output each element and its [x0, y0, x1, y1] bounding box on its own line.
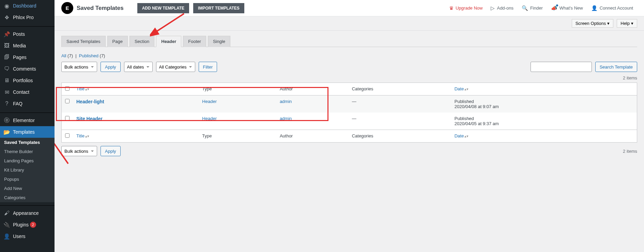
sidebar-item-label: Posts [13, 31, 25, 37]
date-filter-select[interactable]: All dates [124, 62, 153, 72]
template-title-link[interactable]: Header-light [76, 99, 104, 104]
submenu-categories[interactable]: Categories [0, 193, 55, 202]
templates-submenu: Saved Templates Theme Builder Landing Pa… [0, 138, 55, 202]
sidebar-item-comments[interactable]: 🗨Comments [0, 63, 55, 75]
upgrade-now-link[interactable]: ♛Upgrade Now [445, 5, 487, 11]
bulk-actions-select[interactable]: Bulk actions [61, 62, 97, 72]
link-label: Add-ons [497, 5, 513, 11]
search-template-input[interactable] [531, 62, 592, 72]
filter-published-link[interactable]: Published [79, 53, 98, 58]
column-title-header[interactable]: Title▴▾ [73, 83, 199, 95]
portfolio-icon: 🖥 [3, 77, 10, 84]
user-icon: 👤 [3, 233, 10, 240]
play-icon: ▷ [491, 5, 495, 11]
submenu-add-new[interactable]: Add New [0, 184, 55, 193]
help-icon: ? [3, 100, 10, 107]
sort-icon: ▴▾ [464, 88, 469, 90]
template-date: Published2020/04/08 at 9:07 am [451, 95, 637, 113]
tab-section[interactable]: Section [129, 36, 154, 47]
category-filter-select[interactable]: All Categories [156, 62, 195, 72]
template-author-link[interactable]: admin [280, 116, 292, 121]
pages-icon: 🗐 [3, 54, 10, 61]
template-tabs: Saved Templates Page Section Header Foot… [61, 36, 637, 47]
row-checkbox[interactable] [65, 99, 70, 103]
filter-all-link[interactable]: All [61, 53, 66, 58]
column-type-header: Type [199, 83, 276, 95]
finder-link[interactable]: 🔍Finder [518, 5, 547, 11]
submenu-theme-builder[interactable]: Theme Builder [0, 147, 55, 156]
column-date-header[interactable]: Date▴▾ [451, 83, 637, 95]
tab-single[interactable]: Single [208, 36, 230, 47]
bulk-actions-select-bottom[interactable]: Bulk actions [61, 146, 97, 156]
sidebar-item-label: Portfolios [13, 78, 33, 83]
count-label: (7) [67, 53, 73, 58]
column-date-footer[interactable]: Date▴▾ [451, 130, 637, 142]
brush-icon: 🖌 [3, 210, 10, 217]
template-categories: — [349, 113, 451, 130]
media-icon: 🖾 [3, 42, 10, 49]
submenu-popups[interactable]: Popups [0, 175, 55, 184]
import-templates-button[interactable]: IMPORT TEMPLATES [193, 3, 244, 13]
sidebar-item-plugins[interactable]: 🔌Plugins2 [0, 219, 55, 231]
main-content: E Saved Templates ADD NEW TEMPLATE IMPOR… [55, 0, 644, 252]
apply-button-top[interactable]: Apply [101, 62, 121, 72]
select-all-checkbox-bottom[interactable] [65, 133, 70, 138]
submenu-saved-templates[interactable]: Saved Templates [0, 138, 55, 147]
chevron-down-icon: ▾ [607, 21, 610, 26]
whats-new-link[interactable]: 📣What's New [547, 5, 587, 11]
template-author-link[interactable]: admin [280, 99, 292, 104]
sidebar-item-posts[interactable]: 📌Posts [0, 28, 55, 40]
apply-button-bottom[interactable]: Apply [101, 146, 121, 156]
row-checkbox[interactable] [65, 116, 70, 120]
help-button[interactable]: Help▾ [617, 19, 637, 28]
template-type-link[interactable]: Header [202, 99, 217, 104]
add-new-template-button[interactable]: ADD NEW TEMPLATE [137, 3, 189, 13]
sidebar-item-users[interactable]: 👤Users [0, 231, 55, 242]
sort-icon: ▴▾ [85, 88, 89, 90]
sidebar-item-portfolios[interactable]: 🖥Portfolios [0, 75, 55, 86]
addons-link[interactable]: ▷Add-ons [487, 5, 517, 11]
sidebar-item-elementor[interactable]: ⓔElementor [0, 115, 55, 126]
mail-icon: ✉ [3, 89, 10, 95]
connect-account-link[interactable]: 👤Connect Account [587, 5, 637, 11]
sidebar-item-media[interactable]: 🖾Media [0, 40, 55, 51]
sidebar-item-label: Media [13, 43, 26, 48]
tab-page[interactable]: Page [107, 36, 128, 47]
tab-saved-templates[interactable]: Saved Templates [61, 36, 106, 47]
phlox-icon: ❖ [3, 14, 10, 21]
sidebar-item-pages[interactable]: 🗐Pages [0, 51, 55, 63]
sidebar-item-faq[interactable]: ?FAQ [0, 98, 55, 109]
column-categories-header: Categories [349, 83, 451, 95]
table-row: Header-light Header admin — Published202… [62, 95, 637, 113]
topbar: E Saved Templates ADD NEW TEMPLATE IMPOR… [55, 0, 644, 16]
template-title-link[interactable]: Site Header [76, 116, 103, 121]
sidebar-item-contact[interactable]: ✉Contact [0, 86, 55, 98]
tab-header[interactable]: Header [156, 36, 181, 47]
column-title-footer[interactable]: Title▴▾ [73, 130, 199, 142]
submenu-landing-pages[interactable]: Landing Pages [0, 156, 55, 165]
search-template-button[interactable]: Search Template [595, 62, 637, 72]
speaker-icon: 📣 [551, 5, 557, 11]
link-label: Upgrade Now [456, 5, 483, 11]
tab-footer[interactable]: Footer [183, 36, 206, 47]
sidebar-item-label: Phlox Pro [13, 15, 34, 20]
sidebar-item-phlox[interactable]: ❖Phlox Pro [0, 12, 55, 23]
button-label: Screen Options [576, 21, 606, 26]
screen-options-button[interactable]: Screen Options▾ [572, 19, 614, 28]
link-label: Connect Account [600, 5, 633, 11]
count-label: (7) [100, 53, 105, 58]
sidebar-item-templates[interactable]: 📂Templates [0, 126, 55, 138]
items-count-bottom: 2 items [623, 149, 637, 154]
sidebar-item-dashboard[interactable]: ◉Dashboard [0, 0, 55, 12]
submenu-kit-library[interactable]: Kit Library [0, 165, 55, 175]
sidebar-item-appearance[interactable]: 🖌Appearance [0, 207, 55, 219]
sort-icon: ▴▾ [85, 135, 89, 137]
template-categories: — [349, 95, 451, 113]
admin-sidebar: ◉Dashboard ❖Phlox Pro 📌Posts 🖾Media 🗐Pag… [0, 0, 55, 252]
template-type-link[interactable]: Header [202, 116, 217, 121]
sidebar-item-label: Elementor [13, 118, 35, 123]
select-all-checkbox-top[interactable] [65, 86, 70, 91]
sidebar-item-label: Plugins [13, 222, 29, 227]
filter-button[interactable]: Filter [199, 62, 217, 72]
column-author-footer: Author [276, 130, 349, 142]
